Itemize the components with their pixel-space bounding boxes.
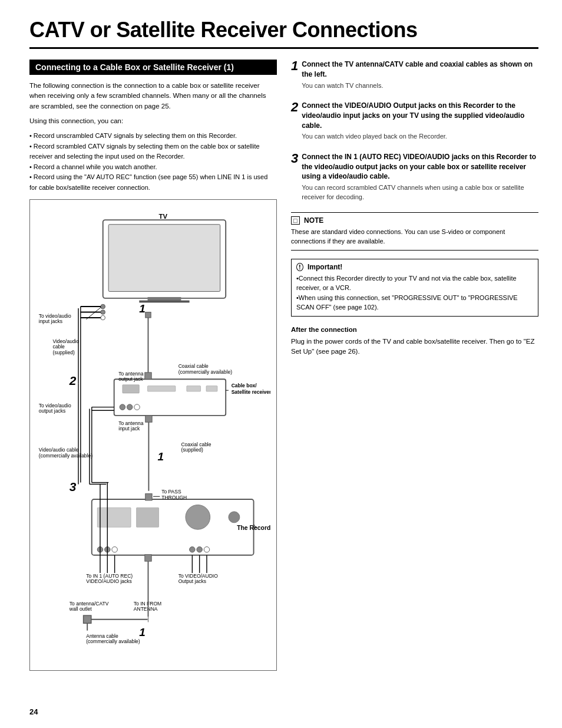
svg-point-8 [101, 304, 105, 309]
svg-rect-55 [97, 508, 131, 527]
svg-point-26 [127, 404, 132, 409]
bullet-list: Record unscrambled CATV signals by selec… [29, 131, 277, 193]
svg-text:input jacks: input jacks [39, 318, 62, 324]
section-header: Connecting to a Cable Box or Satellite R… [29, 60, 277, 75]
svg-text:2: 2 [69, 373, 77, 387]
svg-text:TV: TV [158, 213, 167, 220]
step-desc-2: You can watch video played back on the R… [302, 132, 538, 141]
important-text-2: •When using this connection, set "PROGRE… [296, 293, 533, 312]
svg-text:To antenna: To antenna [118, 370, 143, 376]
svg-text:Satellite receiver: Satellite receiver [232, 388, 270, 394]
intro-paragraph2: Using this connection, you can: [29, 116, 277, 126]
svg-text:(commercially available): (commercially available) [86, 638, 140, 644]
svg-text:(supplied): (supplied) [181, 447, 203, 453]
svg-text:wall outlet: wall outlet [69, 606, 92, 612]
svg-point-57 [186, 505, 210, 529]
after-connection-text: Plug in the power cords of the TV and ca… [291, 337, 538, 357]
step-1: 1 Connect the TV antenna/CATV cable and … [291, 60, 538, 90]
note-box: □ NOTE These are standard video connecti… [291, 212, 538, 251]
svg-rect-1 [108, 224, 220, 291]
bullet-item: Record a channel while you watch another… [29, 162, 277, 173]
svg-text:(commercially available): (commercially available) [39, 452, 92, 458]
svg-text:ANTENNA: ANTENNA [134, 606, 158, 612]
important-icon: ! [296, 263, 303, 271]
svg-text:Video/audio: Video/audio [52, 338, 79, 344]
svg-text:To video/audio: To video/audio [39, 313, 71, 319]
step-number-2: 2 [291, 101, 298, 114]
svg-text:cable: cable [52, 344, 65, 350]
svg-rect-85 [145, 554, 151, 561]
svg-rect-23 [187, 386, 201, 391]
svg-text:To IN FROM: To IN FROM [134, 601, 161, 607]
svg-rect-56 [137, 508, 159, 527]
step-title-1: Connect the TV antenna/CATV cable and co… [302, 60, 538, 80]
note-title: □ NOTE [291, 216, 538, 225]
svg-rect-52 [146, 415, 152, 421]
note-icon: □ [291, 216, 300, 225]
after-connection-title: After the connection [291, 325, 538, 335]
svg-text:1: 1 [139, 626, 146, 638]
svg-rect-3 [139, 300, 189, 302]
svg-point-25 [120, 404, 125, 409]
after-connection: After the connection Plug in the power c… [291, 325, 538, 357]
bullet-item: Record using the "AV AUTO REC" function … [29, 172, 277, 193]
svg-text:Coaxial cable: Coaxial cable [181, 442, 211, 447]
svg-rect-35 [145, 372, 151, 378]
step-3: 3 Connect the IN 1 (AUTO REC) VIDEO/AUDI… [291, 152, 538, 202]
svg-rect-21 [123, 384, 139, 393]
svg-text:To VIDEO/AUDIO: To VIDEO/AUDIO [178, 572, 219, 578]
svg-text:To PASS: To PASS [161, 489, 181, 495]
svg-rect-22 [148, 386, 176, 391]
svg-point-10 [101, 315, 105, 320]
svg-rect-65 [146, 493, 152, 500]
svg-point-9 [101, 309, 105, 314]
svg-point-63 [197, 546, 202, 552]
svg-text:output jacks: output jacks [39, 408, 65, 414]
svg-text:To IN 1 (AUTO REC): To IN 1 (AUTO REC) [86, 572, 133, 578]
svg-point-61 [112, 546, 117, 552]
step-desc-3: You can record scrambled CATV channels w… [302, 183, 538, 202]
svg-text:Video/audio cable: Video/audio cable [39, 447, 79, 453]
svg-point-62 [190, 546, 195, 552]
svg-text:To antenna/CATV: To antenna/CATV [70, 601, 109, 607]
diagram: TV To video/audio input jacks 2 [29, 199, 277, 671]
step-desc-1: You can watch TV channels. [302, 81, 538, 90]
svg-point-27 [134, 404, 140, 409]
svg-text:THROUGH: THROUGH [161, 495, 187, 500]
step-number-3: 3 [291, 152, 298, 165]
svg-text:To antenna: To antenna [118, 420, 143, 426]
svg-text:input jack: input jack [118, 426, 140, 431]
svg-text:(supplied): (supplied) [52, 349, 75, 355]
step-title-3: Connect the IN 1 (AUTO REC) VIDEO/AUDIO … [302, 152, 538, 182]
page-number: 24 [29, 707, 38, 716]
important-title: ! Important! [296, 263, 533, 271]
step-2: 2 Connect the VIDEO/AUDIO Output jacks o… [291, 101, 538, 141]
svg-point-64 [204, 546, 209, 552]
svg-point-58 [229, 511, 240, 522]
svg-rect-24 [206, 386, 217, 391]
step-number-1: 1 [291, 60, 298, 73]
svg-text:output jack: output jack [118, 376, 143, 382]
bullet-item: Record scrambled CATV signals by selecti… [29, 141, 277, 162]
bullet-item: Record unscrambled CATV signals by selec… [29, 131, 277, 141]
svg-rect-87 [84, 615, 91, 623]
svg-text:Cable box/: Cable box/ [232, 383, 257, 388]
svg-text:The Recorder: The Recorder [237, 525, 270, 531]
intro-paragraph1: The following connection is the connecti… [29, 81, 277, 111]
svg-text:To video/audio: To video/audio [39, 402, 71, 408]
svg-text:Antenna cable: Antenna cable [86, 633, 118, 639]
svg-text:1: 1 [158, 450, 164, 462]
svg-text:Coaxial cable: Coaxial cable [178, 363, 209, 369]
svg-text:1: 1 [139, 302, 146, 314]
important-text-1: •Connect this Recorder directly to your … [296, 274, 533, 293]
svg-rect-37 [146, 312, 151, 317]
note-text: These are standard video connections. Yo… [291, 227, 538, 246]
svg-text:3: 3 [70, 479, 77, 493]
svg-text:VIDEO/AUDIO jacks: VIDEO/AUDIO jacks [86, 578, 132, 584]
page-title: CATV or Satellite Receiver Connections [29, 18, 538, 49]
important-box: ! Important! •Connect this Recorder dire… [291, 259, 538, 317]
step-title-2: Connect the VIDEO/AUDIO Output jacks on … [302, 101, 538, 130]
svg-text:Output jacks: Output jacks [178, 578, 206, 584]
svg-text:(commercially available): (commercially available) [178, 368, 232, 374]
